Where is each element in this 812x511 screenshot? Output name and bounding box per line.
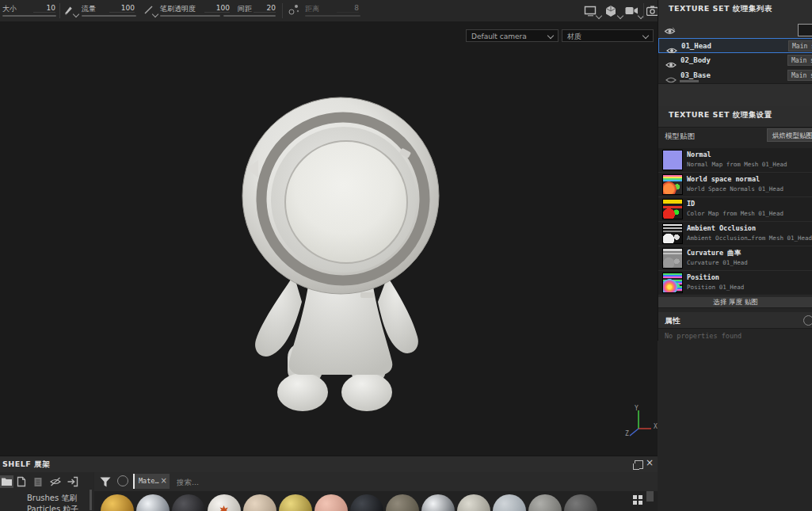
mesh-map-position[interactable]: Position Position 01_Head bbox=[658, 271, 812, 296]
shading-mode-select[interactable]: 材质 bbox=[562, 29, 654, 42]
help-icon[interactable] bbox=[803, 315, 812, 326]
flow-slider[interactable] bbox=[82, 15, 136, 17]
shader-button[interactable]: Main s bbox=[787, 55, 812, 66]
mesh-map-world-space-normal[interactable]: World space normal World Space Normals 0… bbox=[658, 173, 812, 197]
axis-y-label: Y bbox=[635, 405, 639, 412]
camera-select-chevron-icon bbox=[547, 32, 554, 39]
properties-title: 属性 bbox=[665, 316, 680, 326]
model-figure bbox=[218, 67, 456, 420]
select-thickness-map-button[interactable]: 选择 厚度 贴图 bbox=[658, 296, 812, 308]
mesh-maps-label: 模型贴图 bbox=[665, 132, 695, 142]
material-gold-sparkle[interactable] bbox=[101, 494, 134, 511]
particles-icon[interactable] bbox=[287, 3, 301, 17]
axis-z-line bbox=[630, 429, 639, 436]
new-document-icon[interactable] bbox=[16, 475, 27, 490]
axis-z-label: Z bbox=[625, 430, 629, 437]
undock-panel-icon[interactable] bbox=[635, 460, 643, 469]
distance-label: 距离 bbox=[305, 4, 319, 14]
opacity-value[interactable]: 100 bbox=[204, 4, 230, 13]
folder-icon[interactable] bbox=[0, 475, 13, 488]
material-maple-porcelain[interactable] bbox=[208, 494, 241, 511]
texture-set-settings-header[interactable]: TEXTURE SET 纹理集设置 bbox=[658, 106, 812, 128]
spacing-value[interactable]: 20 bbox=[254, 4, 276, 13]
texture-set-name: 01_Head bbox=[681, 42, 711, 50]
curvature-thumbnail-icon bbox=[663, 249, 682, 268]
spacing-slider[interactable] bbox=[223, 15, 276, 17]
properties-header[interactable]: 属性 bbox=[658, 312, 812, 329]
normal-map-thumbnail-icon bbox=[663, 151, 682, 170]
ambient-occlusion-thumbnail-icon bbox=[663, 224, 682, 243]
shelf-header[interactable]: SHELF 展架 × bbox=[0, 456, 658, 472]
mesh-map-normal[interactable]: Normal Normal Map from Mesh 01_Head bbox=[658, 148, 812, 173]
viewport-3d[interactable]: Default camera 材质 bbox=[0, 21, 658, 456]
texture-set-search-input[interactable] bbox=[798, 24, 812, 36]
selection-circle-icon[interactable] bbox=[117, 475, 128, 486]
camera-select[interactable]: Default camera bbox=[466, 29, 558, 42]
texture-set-name: 03_Base bbox=[680, 71, 711, 79]
materials-grid bbox=[94, 491, 658, 511]
sidebar-item-brushes[interactable]: Brushes 笔刷 bbox=[27, 493, 77, 504]
shader-button[interactable]: Main s bbox=[787, 70, 812, 81]
size-value[interactable]: 10 bbox=[33, 4, 55, 13]
import-resources-icon[interactable] bbox=[67, 475, 78, 490]
material-beige-smooth[interactable] bbox=[243, 494, 276, 511]
material-chrome-blue[interactable] bbox=[136, 494, 170, 511]
chip-label: Mate… bbox=[139, 477, 159, 485]
sidebar-scrollbar[interactable] bbox=[90, 490, 92, 510]
grid-view-icon[interactable] bbox=[633, 495, 643, 505]
material-white-stone[interactable] bbox=[457, 494, 490, 511]
material-brass-gold[interactable] bbox=[279, 494, 312, 511]
chip-close-icon[interactable]: × bbox=[161, 476, 167, 485]
mesh-display-icon[interactable] bbox=[604, 5, 617, 17]
pencil-hardness-chevron-icon[interactable] bbox=[152, 11, 158, 17]
maple-leaf-icon bbox=[219, 505, 229, 511]
distance-value[interactable]: 8 bbox=[337, 4, 359, 13]
brush-toolbar: 大小 10 流量 100 笔刷透明度 100 间距 20 距离 8 bbox=[0, 0, 658, 22]
texture-set-row-01-head[interactable]: 01_Head Main s bbox=[658, 38, 812, 53]
material-gray-rough[interactable] bbox=[528, 494, 562, 511]
material-black-sheen[interactable] bbox=[350, 494, 383, 511]
filter-funnel-icon[interactable] bbox=[100, 475, 111, 490]
display-settings-chevron-icon[interactable] bbox=[596, 13, 602, 19]
shelf-sidebar: Brushes 笔刷 Particles 粒子 bbox=[0, 472, 93, 511]
distance-slider[interactable] bbox=[305, 15, 360, 17]
size-slider[interactable] bbox=[2, 15, 56, 17]
application-window: 大小 10 流量 100 笔刷透明度 100 间距 20 距离 8 bbox=[0, 0, 812, 511]
material-dark-gray-rough[interactable] bbox=[564, 494, 597, 511]
mesh-display-chevron-icon[interactable] bbox=[617, 13, 623, 19]
material-black-glossy[interactable] bbox=[172, 494, 205, 511]
texture-set-list-hscrollbar[interactable] bbox=[680, 80, 699, 82]
brush-preset-chevron-icon[interactable] bbox=[73, 11, 79, 17]
shelf-search-input[interactable] bbox=[175, 474, 622, 490]
texture-set-name: 02_Body bbox=[680, 56, 711, 64]
materials-filter-chip[interactable]: Mate… × bbox=[133, 474, 170, 489]
material-pink-matte[interactable] bbox=[315, 494, 348, 511]
texture-set-list-toolbar bbox=[658, 21, 812, 39]
clipboard-icon[interactable] bbox=[32, 475, 44, 490]
material-silver-chrome[interactable] bbox=[421, 494, 455, 511]
no-properties-message: No properties found bbox=[665, 332, 741, 340]
mesh-map-curvature[interactable]: Curvature 曲率 Curvature 01_Head bbox=[658, 246, 812, 271]
shelf-content: Mate… × bbox=[94, 472, 658, 511]
flow-value[interactable]: 100 bbox=[109, 4, 135, 13]
mesh-map-ambient-occlusion[interactable]: Ambient Occlusion Ambient Occlusion…from… bbox=[658, 222, 812, 246]
shelf-title: SHELF 展架 bbox=[2, 460, 50, 470]
shader-button[interactable]: Main s bbox=[788, 40, 812, 51]
flow-label: 流量 bbox=[82, 4, 96, 14]
sidebar-item-particles[interactable]: Particles 粒子 bbox=[27, 504, 78, 511]
opacity-slider[interactable] bbox=[160, 15, 220, 17]
world-space-normal-thumbnail-icon bbox=[663, 175, 682, 194]
mesh-map-id[interactable]: ID Color Map from Mesh 01_Head bbox=[658, 197, 812, 222]
material-olive-taupe[interactable] bbox=[386, 494, 419, 511]
texture-set-row-02-body[interactable]: 02_Body Main s bbox=[658, 53, 812, 69]
eye-off-icon[interactable] bbox=[49, 475, 62, 490]
texture-set-settings-title: TEXTURE SET 纹理集设置 bbox=[669, 110, 772, 120]
camera-view-icon[interactable] bbox=[625, 6, 639, 16]
material-light-gray[interactable] bbox=[493, 494, 526, 511]
shading-select-chevron-icon bbox=[642, 32, 649, 39]
snapshot-icon[interactable] bbox=[646, 6, 658, 16]
close-panel-icon[interactable]: × bbox=[646, 457, 654, 468]
bake-mesh-maps-button[interactable]: 烘焙模型贴图 bbox=[767, 128, 812, 142]
texture-set-list-header[interactable]: TEXTURE SET 纹理集列表 bbox=[658, 0, 812, 21]
materials-scrollbar[interactable] bbox=[646, 491, 654, 501]
